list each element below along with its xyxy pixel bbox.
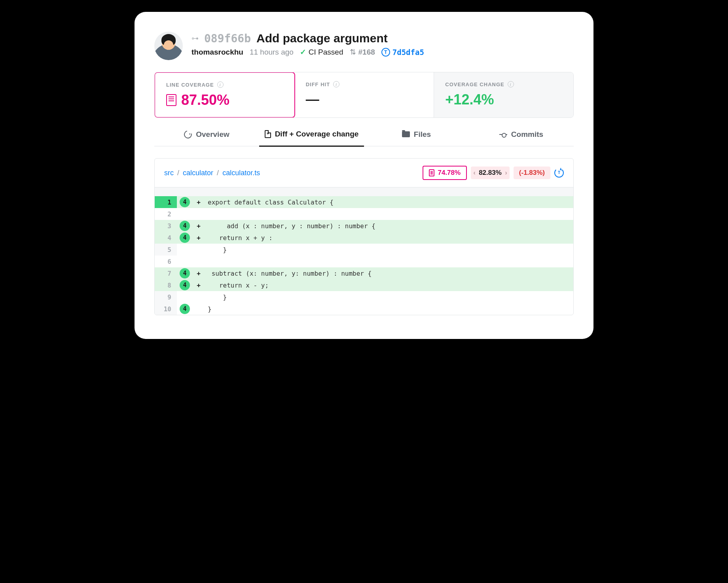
stat-diff-hit[interactable]: DIFF HIT i — [295, 72, 434, 117]
hit-count: 4 [177, 220, 193, 232]
code-line[interactable]: 5 } [155, 244, 573, 256]
hit-badge: 4 [180, 280, 190, 290]
commit-header: ⊶ 089f66b Add package argument thomasroc… [154, 32, 574, 60]
compare-sha: 7d5dfa5 [392, 48, 424, 57]
line-number: 2 [155, 208, 177, 220]
hit-count: 4 [177, 232, 193, 244]
commit-icon: ⊶ [191, 34, 199, 43]
avatar[interactable] [154, 32, 183, 60]
breadcrumb-sep: / [177, 169, 179, 177]
hit-badge: 4 [180, 304, 190, 314]
coverage-delta-pill[interactable]: (-1.83%) [514, 167, 550, 179]
spacer-row [155, 187, 573, 196]
tab-bar: Overview Diff + Coverage change Files Co… [154, 130, 574, 146]
coverage-current-pill[interactable]: 74.78% [423, 166, 467, 180]
info-icon[interactable]: i [217, 81, 224, 88]
line-number: 9 [155, 291, 177, 303]
code-content [205, 256, 573, 267]
gauge-icon [183, 129, 193, 140]
diff-sign [193, 256, 205, 267]
hit-count [177, 256, 193, 267]
author-name[interactable]: thomasrockhu [191, 48, 243, 57]
pr-number: #168 [358, 48, 375, 57]
time-ago: 11 hours ago [250, 48, 294, 57]
hit-badge: 4 [180, 233, 190, 243]
code-line[interactable]: 6 [155, 256, 573, 267]
hit-count: 4 [177, 196, 193, 208]
pull-request[interactable]: ⇅ #168 [350, 47, 375, 57]
commit-title: Add package argument [256, 32, 388, 45]
breadcrumb-segment[interactable]: calculator [183, 169, 213, 177]
breadcrumb: src / calculator / calculator.ts [164, 169, 260, 177]
hit-badge: 4 [180, 197, 190, 207]
info-icon[interactable]: i [333, 81, 339, 87]
code-content: add (x : number, y : number) : number { [205, 220, 573, 232]
code-line[interactable]: 34+ add (x : number, y : number) : numbe… [155, 220, 573, 232]
tab-label: Commits [511, 130, 543, 139]
file-header: src / calculator / calculator.ts 74.78% … [155, 159, 573, 187]
title-block: ⊶ 089f66b Add package argument thomasroc… [191, 32, 574, 57]
coverage-base-pill[interactable]: 82.83% [471, 167, 510, 179]
code-line[interactable]: 2 [155, 208, 573, 220]
code-content: } [205, 291, 573, 303]
stat-line-coverage[interactable]: LINE COVERAGE i 87.50% [154, 72, 295, 118]
code-table: 14+export default class Calculator {234+… [155, 196, 573, 315]
compare-icon: T [381, 48, 390, 57]
code-line[interactable]: 44+ return x + y : [155, 232, 573, 244]
code-content [205, 208, 573, 220]
reload-icon[interactable]: T [554, 168, 564, 178]
hit-count [177, 208, 193, 220]
compare-link[interactable]: T 7d5dfa5 [381, 48, 424, 57]
ci-status-label: CI Passed [309, 48, 343, 57]
diff-sign: + [193, 267, 205, 279]
diff-sign: + [193, 279, 205, 291]
coverage-current: 74.78% [438, 169, 461, 177]
code-content: return x + y : [205, 232, 573, 244]
code-line[interactable]: 14+export default class Calculator { [155, 196, 573, 208]
tab-files[interactable]: Files [364, 130, 469, 146]
stat-label: LINE COVERAGE [166, 82, 214, 88]
stat-label: DIFF HIT [306, 81, 330, 87]
hit-count: 4 [177, 267, 193, 279]
breadcrumb-segment[interactable]: src [164, 169, 174, 177]
commit-sha[interactable]: 089f66b [204, 32, 251, 45]
tab-diff-coverage[interactable]: Diff + Coverage change [259, 130, 364, 147]
code-content: export default class Calculator { [205, 196, 573, 208]
stat-coverage-change[interactable]: COVERAGE CHANGE i +12.4% [434, 72, 573, 117]
diff-sign: + [193, 232, 205, 244]
coverage-delta: (-1.83%) [519, 169, 545, 177]
line-number: 4 [155, 232, 177, 244]
diff-sign: + [193, 196, 205, 208]
file-icon [429, 169, 434, 176]
hit-count [177, 244, 193, 256]
tab-label: Overview [196, 130, 229, 139]
diff-icon [265, 130, 271, 138]
line-number: 7 [155, 267, 177, 279]
code-content: subtract (x: number, y: number) : number… [205, 267, 573, 279]
stat-label: COVERAGE CHANGE [445, 81, 504, 87]
diff-sign [193, 208, 205, 220]
tab-overview[interactable]: Overview [154, 130, 259, 146]
code-content: return x - y; [205, 279, 573, 291]
info-icon[interactable]: i [508, 81, 514, 87]
hit-badge: 4 [180, 221, 190, 231]
hit-count: 4 [177, 303, 193, 315]
code-line[interactable]: 84+ return x - y; [155, 279, 573, 291]
breadcrumb-segment[interactable]: calculator.ts [222, 169, 260, 177]
line-number: 10 [155, 303, 177, 315]
code-line[interactable]: 104} [155, 303, 573, 315]
hit-count: 4 [177, 279, 193, 291]
tab-commits[interactable]: Commits [469, 130, 574, 146]
line-number: 3 [155, 220, 177, 232]
tab-label: Files [414, 130, 431, 139]
line-number: 6 [155, 256, 177, 267]
line-number: 5 [155, 244, 177, 256]
diff-sign [193, 244, 205, 256]
code-line[interactable]: 9 } [155, 291, 573, 303]
coverage-base: 82.83% [479, 169, 502, 177]
commit-panel: ⊶ 089f66b Add package argument thomasroc… [135, 12, 593, 339]
hit-badge: 4 [180, 268, 190, 278]
coverage-icon [166, 94, 176, 106]
code-content: } [205, 244, 573, 256]
code-line[interactable]: 74+ subtract (x: number, y: number) : nu… [155, 267, 573, 279]
